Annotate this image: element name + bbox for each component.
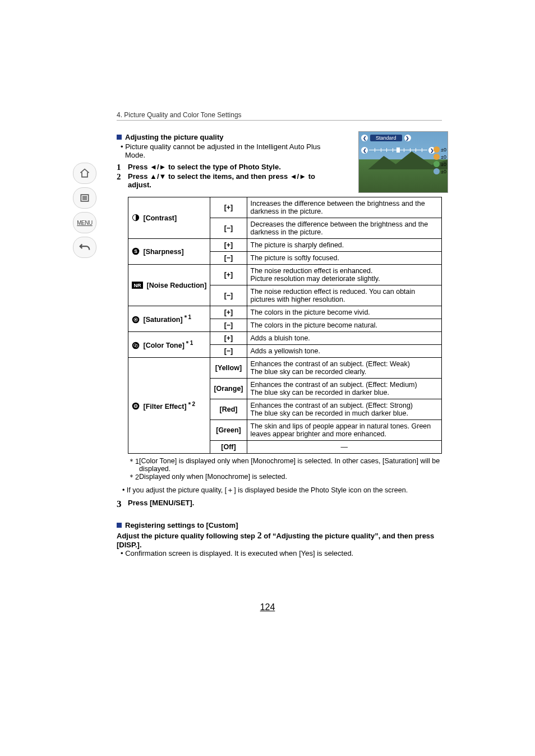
param-desc: The colors in the picture become vivid.: [247, 306, 441, 319]
svg-point-12: [135, 319, 137, 320]
param-desc: The skin and lips of people appear in na…: [247, 420, 441, 441]
param-name: NR [Noise Reduction]: [128, 265, 210, 306]
page-content: 4. Picture Quality and Color Tone Settin…: [117, 111, 442, 560]
footnote-1: ＊1 [Color Tone] is displayed only when […: [128, 457, 442, 473]
param-key: [+]: [210, 306, 247, 319]
section2-line: Adjust the picture quality following ste…: [117, 531, 442, 549]
param-desc: The picture is softly focused.: [247, 252, 441, 265]
step-2-num: 2: [117, 172, 128, 182]
param-name: [Color Tone]＊1: [128, 332, 210, 358]
param-key: [−]: [210, 252, 247, 265]
param-key: [+]: [210, 332, 247, 345]
bullet-square-icon: [117, 523, 122, 528]
section1-heading: Adjusting the picture quality: [125, 133, 224, 141]
param-desc: The colors in the picture become natural…: [247, 319, 441, 332]
param-desc: Enhances the contrast of an subject. (Ef…: [247, 399, 441, 420]
step-2-text: Press ▲/▼ to select the items, and then …: [128, 172, 335, 189]
param-key: [−]: [210, 345, 247, 358]
section2-heading: Registering settings to [Custom]: [125, 521, 238, 529]
param-desc: Adds a bluish tone.: [247, 332, 441, 345]
section1-note: Picture quality cannot be adjusted in th…: [117, 142, 335, 159]
param-name: [Filter Effect]＊2: [128, 358, 210, 454]
param-key: [−]: [210, 285, 247, 306]
param-key: [+]: [210, 239, 247, 252]
svg-point-13: [132, 342, 140, 349]
step-1-num: 1: [117, 163, 128, 172]
param-key: [Green]: [210, 420, 247, 441]
param-desc: Decreases the difference between the bri…: [247, 218, 441, 239]
param-desc: —: [247, 441, 441, 454]
contents-icon[interactable]: [73, 187, 96, 209]
param-desc: Increases the difference between the bri…: [247, 197, 441, 218]
chapter-title: 4. Picture Quality and Color Tone Settin…: [117, 111, 442, 121]
param-name: S [Sharpness]: [128, 239, 210, 265]
svg-text:NR: NR: [133, 283, 141, 288]
section-adjusting: Adjusting the picture quality Picture qu…: [117, 133, 442, 189]
param-key: [+]: [210, 197, 247, 218]
param-key: [+]: [210, 265, 247, 285]
quality-note: • If you adjust the picture quality, [＋]…: [122, 486, 442, 495]
page-number: 124: [0, 602, 535, 612]
param-name: [Contrast]: [128, 197, 210, 239]
parameters-table: [Contrast][+]Increases the difference be…: [128, 197, 442, 454]
bullet-square-icon: [117, 135, 122, 140]
svg-text:S: S: [134, 248, 137, 254]
param-key: [Red]: [210, 399, 247, 420]
step-1-text: Press ◄/► to select the type of Photo St…: [128, 163, 335, 171]
param-key: [−]: [210, 218, 247, 239]
param-desc: The noise reduction effect is reduced. Y…: [247, 285, 441, 306]
param-desc: The noise reduction effect is enhanced.P…: [247, 265, 441, 285]
home-icon[interactable]: [73, 163, 96, 184]
step-3-text: Press [MENU/SET].: [128, 499, 442, 507]
param-desc: Enhances the contrast of an subject. (Ef…: [247, 379, 441, 399]
param-desc: The picture is sharply defined.: [247, 239, 441, 252]
param-desc: Adds a yellowish tone.: [247, 345, 441, 358]
footnote-2: ＊2 Displayed only when [Monochrome] is s…: [128, 473, 442, 482]
section2-confirmation: Confirmation screen is displayed. It is …: [117, 549, 442, 557]
param-key: [Off]: [210, 441, 247, 454]
section-registering: Registering settings to [Custom] Adjust …: [117, 521, 442, 557]
param-key: [Yellow]: [210, 358, 247, 379]
menu-icon[interactable]: MENU: [73, 212, 96, 233]
param-desc: Enhances the contrast of an subject. (Ef…: [247, 358, 441, 379]
step-3-num: 3: [117, 499, 128, 510]
param-name: [Saturation]＊1: [128, 306, 210, 332]
param-key: [−]: [210, 319, 247, 332]
back-icon[interactable]: [73, 237, 96, 258]
param-key: [Orange]: [210, 379, 247, 399]
